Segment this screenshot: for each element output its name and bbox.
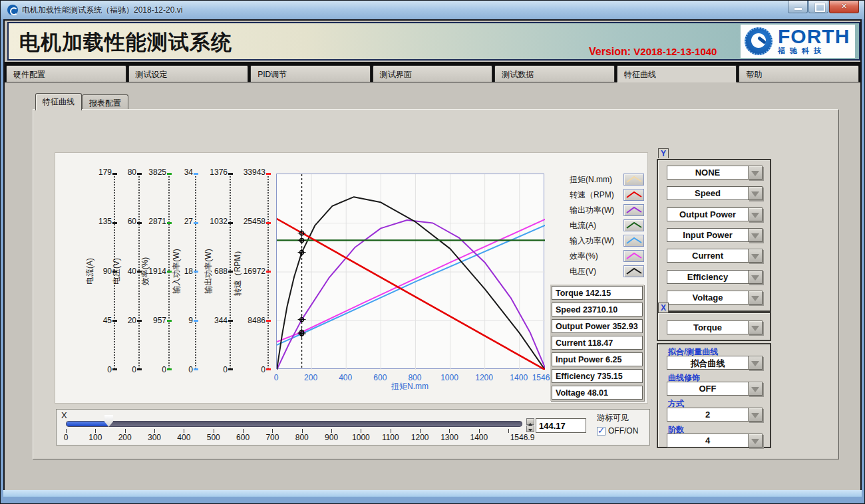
legend-swatch-button[interactable] [623, 235, 644, 247]
y-channel-select-6[interactable]: Efficiency [667, 270, 763, 284]
y-axis-tick-label: 25458 [236, 217, 265, 226]
y-channel-select-4[interactable]: Input Power [667, 228, 763, 242]
y-channel-select-1-value: NONE [667, 166, 749, 180]
chevron-down-icon[interactable] [748, 291, 763, 305]
main-tab-4[interactable]: 测试界面 [373, 65, 493, 82]
slider-tick-label: 500 [207, 433, 220, 442]
x-axis-tick-label: 800 [408, 373, 421, 382]
y-axis-tick-label: 27 [164, 217, 193, 226]
slider-tick-label: 400 [177, 433, 190, 442]
chevron-down-icon[interactable] [748, 408, 763, 422]
version-text: Version: V2018-12-13-1040 [589, 46, 717, 58]
legend-row: 扭矩(N.mm) [570, 173, 644, 186]
cursor-readout-5: Input Power 6.25 [552, 352, 643, 366]
cursor-readout-2: Speed 23710.10 [552, 303, 643, 316]
x-axis-title: 扭矩N.mm [391, 381, 429, 392]
main-tab-5[interactable]: 测试数据 [494, 65, 615, 82]
x-axis-tick-label: 200 [304, 373, 317, 382]
y-channel-select-7-value: Voltage [667, 291, 749, 305]
slider-tick-label: 900 [325, 433, 338, 442]
series-input_power [277, 225, 545, 345]
legend-label: 电流(A) [570, 220, 596, 231]
chevron-down-icon[interactable] [748, 166, 763, 180]
y-axis-tick-label: 1032 [198, 217, 228, 226]
y-channel-select-3[interactable]: Output Power [667, 207, 763, 221]
cursor-readout-4: Current 118.47 [552, 336, 643, 350]
sub-tab-1[interactable]: 特征曲线 [35, 93, 82, 110]
chevron-down-icon[interactable] [748, 356, 763, 370]
y-channel-select-5-value: Current [667, 249, 749, 263]
x-channel-select[interactable]: Torque [667, 320, 763, 334]
page-title: 电机加载性能测试系统 [19, 29, 232, 57]
slider-tick-label: 1000 [352, 433, 370, 442]
chevron-down-icon[interactable] [748, 382, 763, 396]
y-channel-select-1[interactable]: NONE [667, 166, 763, 180]
chevron-down-icon[interactable] [748, 228, 763, 242]
y-axis-tick-label: 34 [164, 168, 193, 177]
y-axis-tick-label: 60 [107, 217, 136, 226]
fit-option-select-2-value: OFF [667, 382, 749, 396]
fit-option-select-1[interactable]: 拟合曲线 [667, 356, 763, 370]
cursor-readout-7: Voltage 48.01 [552, 386, 643, 400]
chevron-down-icon[interactable] [748, 270, 763, 284]
fit-option-select-4[interactable]: 4 [667, 434, 763, 447]
spinner-down-icon[interactable] [526, 426, 534, 432]
main-tabbar: 硬件配置测试设定PID调节测试界面测试数据特征曲线帮助 [5, 64, 860, 82]
legend-swatch-button[interactable] [623, 174, 644, 186]
sub-tab-2[interactable]: 报表配置 [82, 94, 128, 110]
y-axis-tick-label: 3825 [137, 168, 166, 177]
main-tab-6[interactable]: 特征曲线 [617, 65, 737, 82]
y-axis-tick-label: 344 [198, 316, 228, 325]
spinner-up-icon[interactable] [526, 418, 534, 425]
chevron-down-icon[interactable] [748, 434, 763, 447]
legend-swatch-button[interactable] [623, 265, 644, 277]
cursor-readout-6: Efficiency 735.15 [552, 369, 643, 383]
chevron-down-icon[interactable] [748, 249, 763, 263]
legend-row: 输入功率(W) [570, 234, 644, 247]
cursor-visible-label: 游标可见 [597, 412, 629, 424]
y-axis-tick-label: 2871 [137, 217, 166, 226]
forth-logo: FORTH 福驰科技 [741, 25, 855, 58]
fit-option-select-4-value: 4 [667, 434, 749, 447]
fit-option-select-3[interactable]: 2 [667, 408, 763, 422]
legend-swatch-button[interactable] [623, 189, 644, 201]
taskbar-strip [3, 490, 862, 497]
x-axis-tick-label: 1400 [510, 373, 528, 382]
maximize-button[interactable] [808, 1, 828, 13]
x-axis-tick-label: 400 [339, 373, 352, 382]
slider-track[interactable] [66, 421, 522, 427]
cursor-readout-3: Output Power 352.93 [552, 319, 643, 333]
chevron-down-icon[interactable] [748, 320, 763, 334]
x-frame-label: X [658, 303, 669, 313]
y-axis-name-2: 电压(V) [111, 258, 122, 285]
y-channel-select-6-value: Efficiency [667, 270, 749, 284]
y-axis-tickstrip-4 [195, 174, 196, 369]
chevron-down-icon[interactable] [748, 207, 763, 221]
legend-swatch-button[interactable] [623, 250, 644, 262]
chevron-down-icon[interactable] [748, 186, 763, 200]
main-tab-1[interactable]: 硬件配置 [6, 65, 126, 82]
slider-spinner[interactable] [526, 418, 534, 433]
y-channel-select-7[interactable]: Voltage [667, 291, 763, 305]
window-body: 电机加载性能测试系统 Version: V2018-12-13-1040 FOR… [3, 19, 862, 497]
y-axis-tick-label: 20 [107, 316, 136, 325]
fit-option-select-2[interactable]: OFF [667, 382, 763, 396]
chart-plot-area[interactable] [276, 174, 544, 369]
cursor-visible-checkbox[interactable] [597, 427, 606, 436]
main-tab-3[interactable]: PID调节 [250, 65, 371, 82]
header-banner: 电机加载性能测试系统 Version: V2018-12-13-1040 FOR… [7, 22, 860, 61]
y-axis-name-3: 效率(%) [140, 257, 151, 286]
y-axis-tick-label: 80 [107, 168, 136, 177]
y-channel-select-5[interactable]: Current [667, 249, 763, 263]
y-axis-tickstrip-6 [267, 174, 269, 369]
minimize-button[interactable] [788, 1, 808, 13]
legend-swatch-button[interactable] [623, 204, 644, 216]
slider-value-input[interactable]: 144.17 [536, 418, 586, 433]
close-button[interactable] [829, 1, 859, 13]
legend-swatch-button[interactable] [623, 219, 644, 231]
y-channel-select-2[interactable]: Speed [667, 186, 763, 200]
slider-tick-label: 1100 [382, 433, 399, 442]
x-slider-panel: X 144.17 游标可见 OFF/ON 0100200300400500600… [56, 409, 650, 445]
main-tab-7[interactable]: 帮助 [739, 65, 859, 82]
main-tab-2[interactable]: 测试设定 [128, 65, 249, 82]
